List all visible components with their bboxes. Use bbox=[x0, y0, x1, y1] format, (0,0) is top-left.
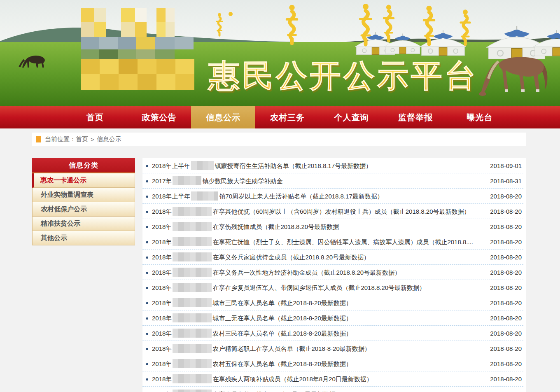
announcement-date: 2018-08-20 bbox=[490, 223, 522, 230]
list-item: 2018年在享其他优抚（60周岁以上（含60周岁）农村籍退役士兵）成员（截止20… bbox=[142, 204, 523, 219]
list-item: 2018年在享人员名单（截止2018年8月20日最新数据） bbox=[142, 387, 523, 392]
bullet-icon bbox=[146, 257, 148, 259]
nav-item-6[interactable]: 监督举报 bbox=[383, 106, 448, 128]
redacted-text-blur bbox=[173, 374, 212, 383]
list-item: 2017年镇少数民族大学生助学补助金2018-08-31 bbox=[142, 173, 523, 189]
announcement-date: 2018-08-20 bbox=[490, 193, 522, 200]
announcement-link[interactable]: 2018年农村三民在享人员名单（截止2018-8-20最新数据） bbox=[152, 329, 484, 338]
announcement-date: 2018-08-20 bbox=[490, 284, 522, 291]
bullet-icon bbox=[146, 317, 148, 320]
nav-item-7[interactable]: 曝光台 bbox=[448, 106, 512, 128]
announcement-link[interactable]: 2018年在享死亡抚恤（烈士子女、烈士遗属、因公牺牲军人遗属、病故军人遗属）成员… bbox=[152, 237, 484, 246]
nav-item-3[interactable]: 信息公示 bbox=[191, 106, 255, 128]
announcement-date: 2018-08-20 bbox=[490, 345, 522, 352]
announcement-link[interactable]: 2018年在享义务兵一次性地方经济补助金成员（截止2018.8.20号最新数据） bbox=[152, 268, 484, 277]
sidebar-item-2[interactable]: 外业实物量调查表 bbox=[32, 188, 135, 202]
breadcrumb-separator: > bbox=[91, 136, 94, 143]
announcement-link[interactable]: 2018年城市三民在享人员名单（截止2018-8-20最新数据） bbox=[152, 298, 484, 307]
redacted-text-blur bbox=[173, 390, 212, 392]
list-item: 2018年上半年镇蒙授寄宿生生活补助名单（截止2018.8.17号最新数据）20… bbox=[142, 158, 523, 173]
announcement-list: 2018年上半年镇蒙授寄宿生生活补助名单（截止2018.8.17号最新数据）20… bbox=[142, 158, 526, 392]
nav-item-1[interactable]: 首页 bbox=[63, 106, 127, 128]
announcement-date: 2018-08-20 bbox=[490, 299, 522, 306]
bullet-icon bbox=[146, 272, 148, 274]
bullet-icon bbox=[146, 165, 148, 167]
list-item: 2018年在享在乡复员退伍军人、带病回乡退伍军人成员（截止2018.8.20号最… bbox=[142, 280, 523, 295]
redacted-text-blur bbox=[173, 176, 201, 185]
sidebar-item-1[interactable]: 惠农一卡通公示 bbox=[32, 173, 135, 188]
bullet-icon bbox=[146, 302, 148, 304]
list-item: 2018年农户精简老职工在享人员名单（截止2018-8-20最新数据）2018-… bbox=[142, 341, 523, 356]
breadcrumb-marker-icon bbox=[36, 136, 41, 142]
bullet-icon bbox=[146, 333, 148, 335]
list-item: 2018年在享义务兵家庭优待金成员（截止2018.8.20号最新数据）2018-… bbox=[142, 250, 523, 265]
sidebar-item-5[interactable]: 其他公示 bbox=[32, 231, 135, 245]
bullet-icon bbox=[146, 287, 148, 289]
nav-item-5[interactable]: 个人查询 bbox=[320, 106, 384, 128]
list-item: 2018年上半年镇70周岁以上老人生活补贴名单（截止2018.8.17最新数据）… bbox=[142, 189, 523, 204]
announcement-link[interactable]: 2018年在享其他优抚（60周岁以上（含60周岁）农村籍退役士兵）成员（截止20… bbox=[152, 207, 484, 216]
banner-photo: 惠民公开公示平台 惠民公开公示平台 bbox=[0, 0, 560, 106]
announcement-date: 2018-08-20 bbox=[490, 208, 522, 215]
redacted-text-blur bbox=[173, 207, 212, 216]
sidebar-item-3[interactable]: 农村低保户公示 bbox=[32, 202, 135, 217]
announcement-link[interactable]: 2018年在享人员名单（截止2018年8月20日最新数据） bbox=[152, 390, 516, 392]
sidebar-item-4[interactable]: 精准扶贫公示 bbox=[32, 217, 135, 231]
breadcrumb-home-link[interactable]: 首页 bbox=[76, 135, 88, 143]
bullet-icon bbox=[146, 378, 148, 380]
announcement-date: 2018-08-20 bbox=[490, 376, 522, 383]
list-item: 2018年在享残疾人两项补贴成员（截止2018年8月20日最新数据）2018-0… bbox=[142, 371, 523, 387]
announcement-link[interactable]: 2018年城市三无在享人员名单（截止2018-8-20最新数据） bbox=[152, 313, 484, 322]
list-item: 2018年城市三民在享人员名单（截止2018-8-20最新数据）2018-08-… bbox=[142, 295, 523, 310]
announcement-link[interactable]: 2018年在享在乡复员退伍军人、带病回乡退伍军人成员（截止2018.8.20号最… bbox=[152, 283, 484, 292]
announcement-link[interactable]: 2018年农村五保在享人员名单（截止2018-8-20最新数据） bbox=[152, 359, 484, 368]
announcement-date: 2018-08-20 bbox=[490, 269, 522, 276]
nav-item-2[interactable]: 政策公告 bbox=[127, 106, 191, 128]
redacted-text-blur bbox=[191, 161, 214, 170]
redacted-text-blur bbox=[173, 329, 212, 338]
announcement-link[interactable]: 2018年上半年镇蒙授寄宿生生活补助名单（截止2018.8.17号最新数据） bbox=[152, 161, 484, 170]
announcement-date: 2018-08-20 bbox=[490, 238, 522, 245]
list-item: 2018年农村五保在享人员名单（截止2018-8-20最新数据）2018-08-… bbox=[142, 356, 523, 371]
redacted-text-blur bbox=[173, 252, 212, 261]
sidebar-title: 信息分类 bbox=[32, 158, 135, 173]
bullet-icon bbox=[146, 241, 148, 243]
bullet-icon bbox=[146, 363, 148, 365]
bullet-icon bbox=[146, 226, 148, 228]
announcement-date: 2018-09-01 bbox=[490, 162, 522, 169]
redacted-text-blur bbox=[173, 237, 212, 246]
list-item: 2018年农村三民在享人员名单（截止2018-8-20最新数据）2018-08-… bbox=[142, 326, 523, 341]
announcement-link[interactable]: 2018年在享义务兵家庭优待金成员（截止2018.8.20号最新数据） bbox=[152, 252, 484, 261]
breadcrumb-current: 信息公示 bbox=[97, 135, 121, 143]
sidebar: 信息分类 惠农一卡通公示外业实物量调查表农村低保户公示精准扶贫公示其他公示 bbox=[32, 158, 135, 245]
announcement-link[interactable]: 2018年农户精简老职工在享人员名单（截止2018-8-20最新数据） bbox=[152, 344, 484, 353]
breadcrumb: 当前位置： 首页 > 信息公示 bbox=[32, 133, 526, 146]
redacted-text-blur bbox=[173, 298, 212, 307]
announcement-link[interactable]: 2018年在享残疾人两项补贴成员（截止2018年8月20日最新数据） bbox=[152, 374, 484, 383]
announcement-date: 2018-08-20 bbox=[490, 254, 522, 261]
announcement-date: 2018-08-20 bbox=[490, 360, 522, 367]
announcement-link[interactable]: 2018年上半年镇70周岁以上老人生活补贴名单（截止2018.8.17最新数据） bbox=[152, 191, 484, 201]
announcement-link[interactable]: 2017年镇少数民族大学生助学补助金 bbox=[152, 176, 484, 185]
announcement-date: 2018-08-31 bbox=[490, 177, 522, 184]
banner-title: 惠民公开公示平台 bbox=[207, 58, 478, 93]
list-item: 2018年城市三无在享人员名单（截止2018-8-20最新数据）2018-08-… bbox=[142, 310, 523, 326]
redacted-text-blur bbox=[173, 344, 212, 353]
bullet-icon bbox=[146, 196, 148, 198]
redacted-text-blur bbox=[173, 268, 212, 277]
bullet-icon bbox=[146, 180, 148, 182]
announcement-date: 2018-08-20 bbox=[490, 315, 522, 322]
main-nav: 首页政策公告信息公示农村三务个人查询监督举报曝光台 bbox=[0, 106, 560, 128]
announcement-link[interactable]: 2018年在享伤残抚恤成员（截止2018.8.20号最新数据 bbox=[152, 222, 484, 231]
breadcrumb-location-label: 当前位置： bbox=[45, 135, 76, 143]
redacted-text-blur bbox=[173, 313, 212, 322]
nav-item-4[interactable]: 农村三务 bbox=[255, 106, 320, 128]
redacted-text-blur bbox=[173, 222, 212, 231]
redacted-text-blur bbox=[173, 359, 212, 368]
list-item: 2018年在享死亡抚恤（烈士子女、烈士遗属、因公牺牲军人遗属、病故军人遗属）成员… bbox=[142, 234, 523, 250]
list-item: 2018年在享义务兵一次性地方经济补助金成员（截止2018.8.20号最新数据）… bbox=[142, 265, 523, 280]
list-item: 2018年在享伤残抚恤成员（截止2018.8.20号最新数据2018-08-20 bbox=[142, 219, 523, 234]
banner: 惠民公开公示平台 惠民公开公示平台 bbox=[0, 0, 560, 106]
bullet-icon bbox=[146, 211, 148, 213]
redacted-text-blur bbox=[191, 191, 218, 201]
